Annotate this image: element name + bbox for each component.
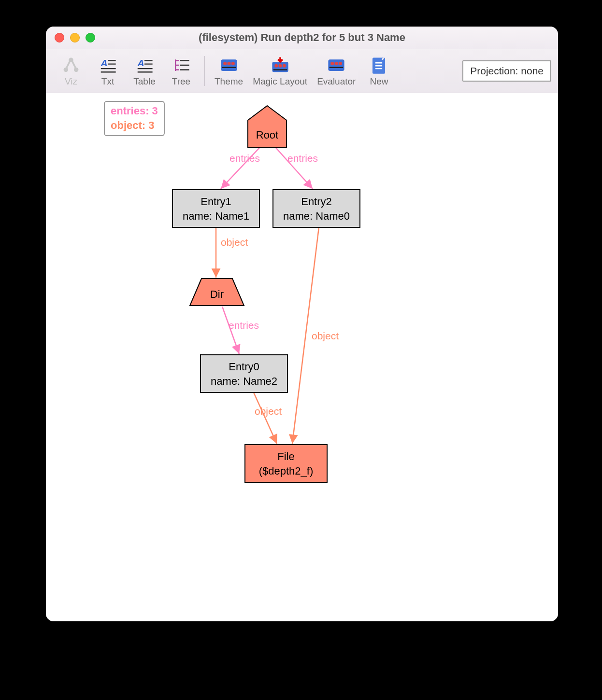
edge-label-entry0-file: object (255, 406, 282, 417)
node-root[interactable]: Root (248, 106, 287, 147)
app-window: (filesystem) Run depth2 for 5 but 3 Name… (46, 27, 558, 621)
txt-label: Txt (101, 76, 114, 87)
table-icon: A (135, 56, 154, 74)
tree-button[interactable]: Tree (163, 53, 200, 89)
window-controls (46, 33, 95, 42)
edge-label-entry2-file: object (312, 330, 339, 341)
svg-text:A: A (137, 58, 144, 68)
tree-icon (172, 56, 190, 74)
svg-point-31 (330, 62, 334, 65)
svg-point-32 (335, 62, 338, 65)
svg-text:A: A (100, 58, 108, 68)
svg-point-33 (339, 62, 342, 65)
magic-layout-label: Magic Layout (253, 76, 307, 87)
node-entry2-line1: Entry2 (301, 196, 332, 208)
viz-button[interactable]: Viz (53, 53, 89, 89)
titlebar: (filesystem) Run depth2 for 5 but 3 Name (46, 27, 558, 49)
tree-label: Tree (172, 76, 190, 87)
new-button[interactable]: New (360, 53, 397, 89)
svg-point-27 (278, 64, 282, 68)
node-entry0-line1: Entry0 (229, 361, 259, 373)
edge-entry0-file (254, 392, 277, 444)
edge-label-entry1-dir: object (221, 237, 248, 248)
graph-svg: entries entries object entries object ob… (46, 93, 558, 621)
svg-point-2 (74, 68, 79, 72)
toolbar-separator (204, 56, 205, 86)
viz-label: Viz (65, 76, 77, 87)
svg-point-21 (223, 62, 227, 65)
toolbar: Viz A Txt A Table Tree Theme (46, 49, 558, 93)
node-file[interactable]: File ($depth2_f) (245, 445, 327, 482)
node-dir-label: Dir (210, 288, 224, 300)
window-title: (filesystem) Run depth2 for 5 but 3 Name (46, 31, 558, 44)
node-entry1-line2: name: Name1 (183, 210, 249, 222)
txt-icon: A (99, 56, 117, 74)
projection-label: Projection: none (470, 65, 544, 77)
node-dir[interactable]: Dir (190, 279, 244, 306)
close-icon[interactable] (55, 33, 64, 42)
svg-point-23 (231, 62, 234, 65)
node-entry1-line1: Entry1 (201, 196, 231, 208)
node-file-line1: File (277, 450, 294, 462)
magic-layout-button[interactable]: Magic Layout (248, 53, 312, 89)
node-entry2-line2: name: Name0 (283, 210, 350, 222)
diagram-canvas[interactable]: entries: 3 object: 3 entries entries obj… (46, 93, 558, 621)
edge-label-dir-entry0: entries (229, 320, 259, 331)
evaluator-icon (327, 56, 345, 74)
new-icon (370, 56, 388, 74)
projection-selector[interactable]: Projection: none (462, 60, 551, 82)
evaluator-label: Evaluator (317, 76, 356, 87)
node-entry1[interactable]: Entry1 name: Name1 (172, 190, 259, 227)
evaluator-button[interactable]: Evaluator (312, 53, 360, 89)
viz-icon (62, 56, 80, 74)
table-label: Table (133, 76, 155, 87)
node-entry2[interactable]: Entry2 name: Name0 (273, 190, 360, 227)
magic-layout-icon (271, 56, 289, 74)
node-root-label: Root (256, 129, 278, 141)
theme-button[interactable]: Theme (210, 53, 248, 89)
node-entry0[interactable]: Entry0 name: Name2 (201, 355, 287, 392)
edge-label-root-entry1: entries (229, 153, 260, 164)
txt-button[interactable]: A Txt (89, 53, 126, 89)
zoom-icon[interactable] (86, 33, 95, 42)
svg-point-1 (64, 68, 69, 72)
new-label: New (370, 76, 388, 87)
node-entry0-line2: name: Name2 (211, 375, 277, 387)
svg-point-26 (274, 64, 278, 68)
table-button[interactable]: A Table (126, 53, 163, 89)
minimize-icon[interactable] (70, 33, 80, 42)
svg-point-22 (227, 62, 230, 65)
node-file-line2: ($depth2_f) (259, 465, 314, 477)
edge-label-root-entry2: entries (287, 153, 318, 164)
theme-icon (220, 56, 238, 74)
theme-label: Theme (215, 76, 243, 87)
svg-point-28 (282, 64, 286, 68)
